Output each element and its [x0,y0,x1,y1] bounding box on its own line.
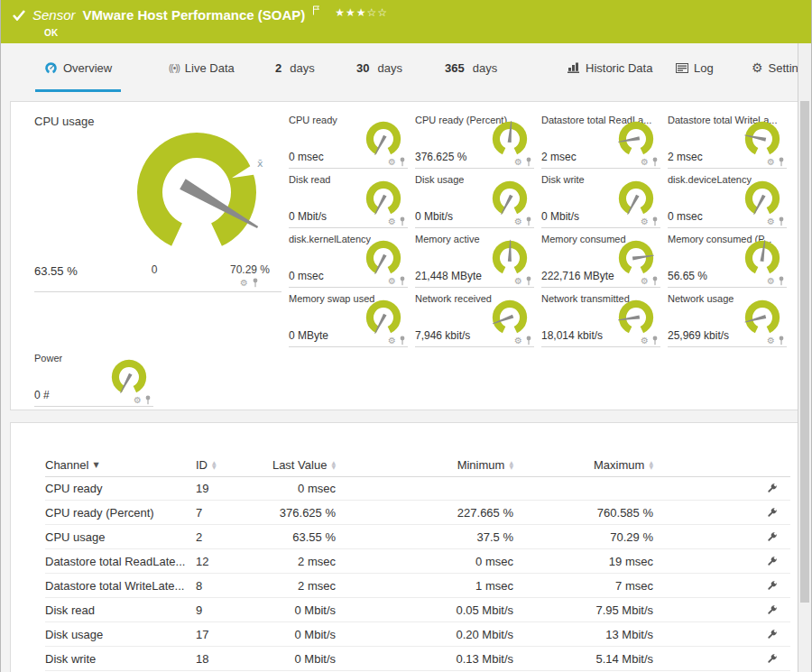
gauge-dial [742,237,783,279]
gear-icon[interactable]: ⚙ [514,277,522,286]
channel-name: CPU ready (Percent) [45,506,196,520]
table-row[interactable]: Datastore total WriteLate... 8 2 msec 1 … [45,574,790,598]
table-row[interactable]: CPU ready 19 0 msec [45,476,790,501]
pin-icon[interactable] [144,395,152,405]
pin-icon[interactable] [525,336,532,345]
gauge-dial [615,178,657,219]
tab-2-days[interactable]: 2 days [266,43,324,92]
gear-icon[interactable]: ⚙ [641,158,649,167]
column-label: Last Value [272,458,327,472]
sort-header-last-value[interactable]: Last Value ▲▼ [232,458,336,472]
table-row[interactable]: Datastore total ReadLate... 12 2 msec 0 … [45,549,790,574]
gauge-value: 0 MByte [289,329,328,342]
channel-maximum: 70.29 % [513,530,653,544]
channel-settings-wrench-icon[interactable] [766,629,778,640]
pin-icon[interactable] [399,276,406,286]
channel-settings-wrench-icon[interactable] [766,580,778,592]
sort-header-minimum[interactable]: Minimum ▲▼ [336,458,513,472]
gauge-title: disk.kernelLatency [289,234,371,244]
gauge-value: 0 msec [289,270,324,282]
tab-live-data[interactable]: ((•)) Live Data [160,43,244,92]
main-gauge-title: CPU usage [34,115,94,128]
pin-icon[interactable] [252,278,259,288]
pin-icon[interactable] [778,276,785,286]
channel-name: CPU usage [45,530,196,544]
gear-icon[interactable]: ⚙ [641,277,649,286]
scrollbar-thumb[interactable] [800,101,809,603]
priority-stars[interactable]: ★★★☆☆ [335,6,388,19]
gear-icon[interactable]: ⚙ [388,158,396,167]
gauge-dial [363,118,404,160]
main-gauge-scale-min: 0 [140,263,169,276]
pin-icon[interactable] [778,336,785,345]
channel-minimum: 1 msec [336,579,513,593]
gauge-dial [742,118,783,160]
channel-settings-wrench-icon[interactable] [766,653,778,665]
gauge-value: 56.65 % [668,270,707,282]
channel-id: 12 [196,555,232,568]
gear-icon[interactable]: ⚙ [388,336,396,345]
vertical-scrollbar[interactable] [798,43,811,672]
pin-icon[interactable] [525,157,532,167]
channel-settings-wrench-icon[interactable] [766,531,778,543]
table-row[interactable]: Disk usage 17 0 Mbit/s 0.20 Mbit/s 13 Mb… [45,622,790,647]
gauge-icon [44,61,58,75]
flag-icon[interactable] [312,5,320,15]
gear-icon[interactable]: ⚙ [767,217,775,226]
gear-icon[interactable]: ⚙ [514,158,522,167]
gauge-title: Network received [415,293,492,304]
gauge-dial [363,178,404,219]
gauge-tile: Network usage 25,969 kbit/s ⚙ [668,292,787,347]
channel-minimum: 0.13 Mbit/s [336,652,513,666]
table-row[interactable]: Disk read 9 0 Mbit/s 0.05 Mbit/s 7.95 Mb… [45,598,790,622]
pin-icon[interactable] [399,157,406,167]
gauge-value: 0 Mbit/s [541,210,579,223]
gear-icon[interactable]: ⚙ [641,217,649,226]
gear-icon[interactable]: ⚙ [388,217,396,226]
gauge-dial [742,178,783,219]
table-row[interactable]: Disk write 18 0 Mbit/s 0.13 Mbit/s 5.14 … [45,647,790,671]
tab-log[interactable]: Log [667,43,723,92]
pin-icon[interactable] [525,216,532,226]
tab-historic-data[interactable]: Historic Data [558,43,661,92]
sort-header-maximum[interactable]: Maximum ▲▼ [513,458,653,472]
gear-icon[interactable]: ⚙ [767,158,775,167]
sort-header-id[interactable]: ID ▲▼ [196,458,232,472]
channel-settings-wrench-icon[interactable] [766,556,778,567]
gear-icon[interactable]: ⚙ [388,277,396,286]
table-row[interactable]: CPU ready (Percent) 7 376.625 % 227.665 … [45,501,790,525]
pin-icon[interactable] [399,336,406,345]
channel-name: CPU ready [45,482,196,495]
pin-icon[interactable] [525,276,532,286]
gauge-tile: disk.deviceLatency 0 msec ⚙ [668,173,787,228]
pin-icon[interactable] [778,216,785,226]
gauge-value: 0 msec [668,210,703,223]
gear-icon[interactable]: ⚙ [514,217,522,226]
channel-settings-wrench-icon[interactable] [766,483,778,494]
table-row[interactable]: CPU usage 2 63.55 % 37.5 % 70.29 % [45,525,790,549]
channel-settings-wrench-icon[interactable] [766,604,778,616]
pin-icon[interactable] [651,157,659,167]
tab-30-days[interactable]: 30 days [347,43,411,92]
gear-icon[interactable]: ⚙ [767,336,775,345]
gear-icon[interactable]: ⚙ [641,336,649,345]
gauge-dial [489,178,531,219]
sort-header-channel[interactable]: Channel ▼ [45,458,196,472]
pin-icon[interactable] [778,157,785,167]
gear-icon[interactable]: ⚙ [240,279,248,288]
pin-icon[interactable] [399,216,406,226]
tab-overview[interactable]: Overview [35,43,121,92]
gear-icon[interactable]: ⚙ [767,277,775,286]
pin-icon[interactable] [651,336,659,345]
gear-icon[interactable]: ⚙ [134,396,142,405]
tab-365-days[interactable]: 365 days [436,43,506,92]
gear-icon: ⚙ [752,61,763,74]
pin-icon[interactable] [651,216,659,226]
channel-minimum: 227.665 % [336,506,513,520]
status-ok-check-icon [13,10,25,21]
pin-icon[interactable] [651,276,659,286]
channel-id: 2 [196,530,232,544]
channel-last-value: 0 Mbit/s [232,603,336,617]
channel-settings-wrench-icon[interactable] [766,507,778,519]
gear-icon[interactable]: ⚙ [514,336,522,345]
